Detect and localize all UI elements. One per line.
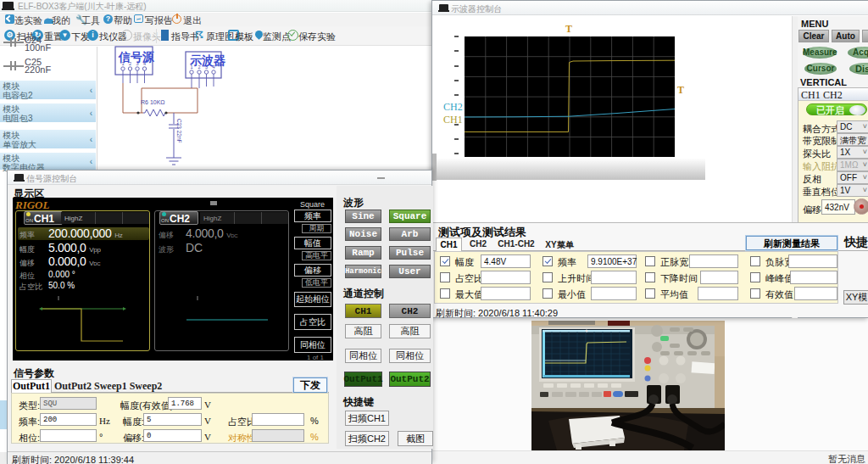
svg-text:C23 22nF: C23 22nF bbox=[176, 119, 182, 143]
svg-text:R6 10KΩ: R6 10KΩ bbox=[141, 99, 165, 105]
